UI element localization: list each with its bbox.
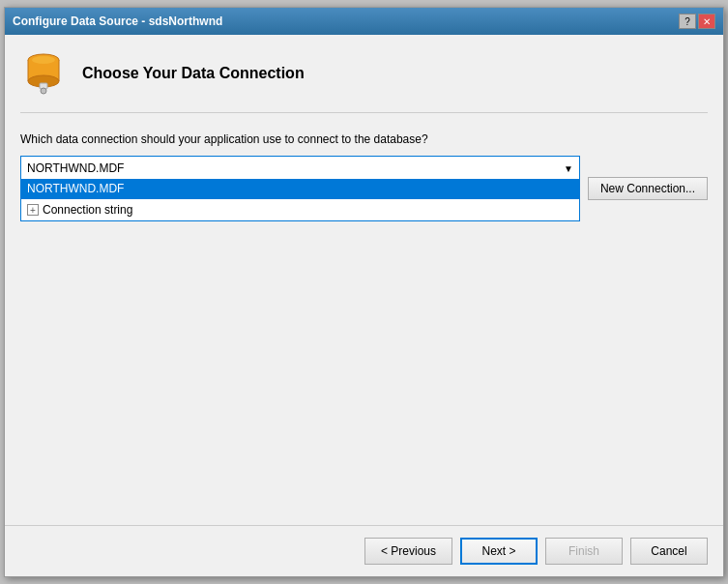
title-bar-left: Configure Data Source - sdsNorthwnd	[13, 15, 222, 28]
question-label: Which data connection should your applic…	[20, 132, 708, 146]
close-button[interactable]: ✕	[698, 14, 715, 29]
dropdown-wrapper: NORTHWND.MDF ▼ NORTHWND.MDF + Connection…	[20, 156, 580, 221]
next-button[interactable]: Next >	[460, 538, 538, 565]
dialog-footer: < Previous Next > Finish Cancel	[5, 525, 723, 576]
title-bar-controls: ? ✕	[679, 14, 715, 29]
dropdown-selected-value: NORTHWND.MDF	[27, 161, 124, 175]
window-title: Configure Data Source - sdsNorthwnd	[13, 15, 222, 28]
new-connection-button[interactable]: New Connection...	[588, 177, 708, 200]
dropdown-list: NORTHWND.MDF	[20, 179, 580, 199]
main-section: Which data connection should your applic…	[20, 132, 708, 510]
connection-string-row[interactable]: + Connection string	[20, 199, 580, 221]
expand-icon: +	[27, 204, 39, 216]
dialog-content: Choose Your Data Connection Which data c…	[5, 35, 723, 525]
dropdown-item-northwnd[interactable]: NORTHWND.MDF	[21, 179, 579, 198]
main-window: Configure Data Source - sdsNorthwnd ? ✕	[4, 7, 724, 577]
help-button[interactable]: ?	[679, 14, 696, 29]
title-bar: Configure Data Source - sdsNorthwnd ? ✕	[5, 8, 723, 35]
svg-point-5	[32, 56, 55, 64]
svg-point-7	[41, 88, 46, 94]
database-icon	[20, 50, 67, 97]
connection-string-label: Connection string	[43, 203, 132, 217]
header-section: Choose Your Data Connection	[20, 50, 708, 113]
cancel-button[interactable]: Cancel	[630, 538, 708, 565]
dialog-header-title: Choose Your Data Connection	[82, 65, 305, 82]
dropdown-row: NORTHWND.MDF ▼ NORTHWND.MDF + Connection…	[20, 156, 708, 221]
dropdown-arrow-icon: ▼	[564, 162, 573, 173]
previous-button[interactable]: < Previous	[364, 538, 452, 565]
connection-dropdown[interactable]: NORTHWND.MDF ▼	[20, 156, 580, 179]
finish-button[interactable]: Finish	[545, 538, 623, 565]
